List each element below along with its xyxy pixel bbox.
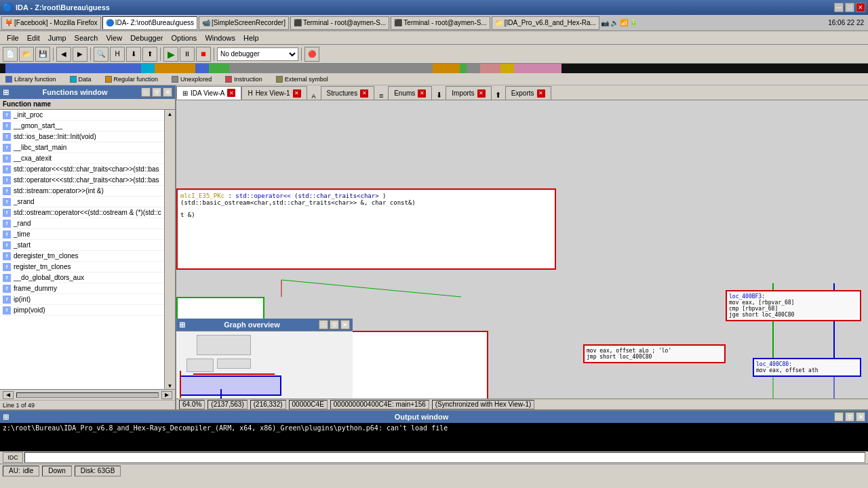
function-item-17[interactable]: fip(int): [0, 294, 164, 305]
imports-icon: ⬇: [432, 91, 446, 100]
panel-maximize[interactable]: ▽: [152, 87, 161, 97]
function-item-1[interactable]: f__gmon_start__: [0, 121, 164, 131]
overview-minimize[interactable]: □: [319, 320, 328, 329]
exports-close[interactable]: ✕: [537, 89, 545, 98]
overview-close[interactable]: ✕: [340, 320, 350, 329]
graph-area[interactable]: mlcI_E35_PKc : std::operator<< (std::cha…: [176, 100, 868, 399]
menu-jump[interactable]: Jump: [44, 33, 71, 43]
enums-close[interactable]: ✕: [418, 89, 426, 98]
taskbar-terminal1[interactable]: ⬛ Terminal - root@aymen-S...: [290, 16, 389, 30]
tab-imports[interactable]: Imports ✕: [446, 86, 491, 100]
debugger-select[interactable]: No debugger Local debugger: [217, 47, 298, 61]
minimize-button[interactable]: —: [834, 3, 844, 12]
function-item-7[interactable]: fstd::istream::operator>>(int &): [0, 186, 164, 197]
seg-unexp2: [467, 64, 480, 73]
menu-edit[interactable]: Edit: [23, 33, 44, 43]
function-item-8[interactable]: f_srand: [0, 197, 164, 207]
functions-icon: ⊞: [3, 88, 9, 97]
maximize-button[interactable]: □: [845, 3, 854, 12]
save-button[interactable]: 💾: [35, 47, 50, 62]
function-icon-7: f: [3, 187, 11, 195]
close-button[interactable]: ✕: [856, 3, 865, 12]
idc-input[interactable]: [24, 452, 865, 463]
function-item-18[interactable]: fpimp(void): [0, 305, 164, 316]
function-item-10[interactable]: f_rand: [0, 218, 164, 229]
functions-list[interactable]: f_init_procf__gmon_start__fstd::ios_base…: [0, 110, 164, 389]
hscroll-track[interactable]: [16, 392, 159, 398]
panel-close[interactable]: ✕: [163, 87, 172, 97]
tab-structures[interactable]: Structures ✕: [321, 86, 375, 100]
tab-ida-view-a[interactable]: ⊞ IDA View-A ✕: [176, 86, 241, 100]
ida-view-close[interactable]: ✕: [227, 89, 235, 97]
functions-scrollbar[interactable]: ▲ ▼: [164, 110, 175, 389]
menu-file[interactable]: File: [3, 33, 23, 43]
menu-windows[interactable]: Windows: [201, 33, 239, 43]
hex-button[interactable]: H: [110, 47, 125, 62]
function-item-11[interactable]: f_time: [0, 229, 164, 240]
menu-search[interactable]: Search: [71, 33, 102, 43]
import-button[interactable]: ⬇: [126, 47, 141, 62]
taskbar-idapro[interactable]: 📁 [IDA_Pro_v6.8_and_Hex-Ra...: [492, 16, 599, 30]
scroll-right[interactable]: ▶: [161, 391, 172, 399]
taskbar-firefox[interactable]: 🦊 [Facebook] - Mozilla Firefox: [1, 16, 101, 30]
tab-hex-view[interactable]: H Hex View-1 ✕: [241, 86, 307, 100]
nav-button[interactable]: 🔍: [94, 47, 108, 62]
mini-viewport: [180, 375, 281, 396]
idc-button[interactable]: IDC: [3, 452, 23, 463]
function-item-4[interactable]: f__cxa_atexit: [0, 153, 164, 164]
svg-line-2: [281, 280, 461, 297]
function-item-15[interactable]: f__do_global_dtors_aux: [0, 272, 164, 283]
function-item-13[interactable]: fderegister_tm_clones: [0, 251, 164, 262]
node-func-name: mlcI_E35_PKc: [180, 192, 224, 199]
node-template: (std::char_traits<char>: [294, 192, 379, 199]
output-close[interactable]: ✕: [856, 412, 865, 422]
panel-minimize[interactable]: □: [141, 87, 151, 97]
scroll-down[interactable]: ▼: [167, 383, 173, 389]
volume-icon: 🔊: [610, 19, 618, 26]
tabs-area: ⊞ IDA View-A ✕ H Hex View-1 ✕ A Structur…: [176, 85, 868, 409]
function-item-16[interactable]: fframe_dummy: [0, 283, 164, 294]
scroll-left[interactable]: ◀: [3, 391, 14, 399]
function-item-6[interactable]: fstd::operator<<<std::char_traits<char>>…: [0, 175, 164, 186]
function-item-12[interactable]: f_start: [0, 240, 164, 251]
ida-view-label: IDA View-A: [191, 89, 224, 97]
taskbar-recorder[interactable]: 📹 [SimpleScreenRecorder]: [199, 16, 289, 30]
function-item-14[interactable]: fregister_tm_clones: [0, 262, 164, 272]
scroll-up[interactable]: ▲: [167, 111, 173, 117]
pause-button[interactable]: ⏸: [180, 47, 195, 62]
function-item-9[interactable]: fstd::ostream::operator<<(std::ostream &…: [0, 207, 164, 218]
output-maximize[interactable]: ▽: [845, 412, 854, 422]
imports-close[interactable]: ✕: [477, 89, 486, 98]
menu-help[interactable]: Help: [239, 33, 263, 43]
au-value: idle: [23, 467, 34, 474]
menu-view[interactable]: View: [102, 33, 126, 43]
overview-canvas[interactable]: [176, 331, 353, 399]
hex-view-close[interactable]: ✕: [293, 89, 301, 98]
titlebar-controls: — □ ✕: [834, 3, 865, 12]
menu-debugger[interactable]: Debugger: [126, 33, 167, 43]
output-minimize[interactable]: □: [834, 412, 844, 422]
function-item-5[interactable]: fstd::operator<<<std::char_traits<char>>…: [0, 164, 164, 175]
function-icon-15: f: [3, 274, 11, 282]
forward-button[interactable]: ▶: [73, 47, 87, 62]
function-item-2[interactable]: fstd::ios_base::Init::Init(void): [0, 131, 164, 142]
back-button[interactable]: ◀: [56, 47, 71, 62]
new-button[interactable]: 📄: [3, 47, 18, 62]
unexplored-color: [172, 76, 178, 83]
stop-button[interactable]: ⏹: [196, 47, 211, 62]
taskbar-terminal2[interactable]: ⬛ Terminal - root@aymen-S...: [391, 16, 490, 30]
menu-options[interactable]: Options: [167, 33, 201, 43]
function-icon-8: f: [3, 198, 11, 206]
structures-close[interactable]: ✕: [360, 89, 368, 98]
function-item-3[interactable]: f__libc_start_main: [0, 142, 164, 153]
recorder-icon: 📹: [202, 19, 210, 26]
export-button[interactable]: ⬆: [142, 47, 157, 62]
run-button[interactable]: ▶: [163, 47, 178, 62]
bp-button[interactable]: 🔴: [304, 47, 319, 62]
overview-maximize[interactable]: ▽: [330, 320, 339, 329]
tab-enums[interactable]: Enums ✕: [388, 86, 432, 100]
function-item-0[interactable]: f_init_proc: [0, 110, 164, 121]
open-button[interactable]: 📂: [19, 47, 34, 62]
tab-exports[interactable]: Exports ✕: [505, 86, 551, 100]
taskbar-ida[interactable]: 🔵 IDA- Z:\root\Bureau\guess: [102, 16, 197, 30]
